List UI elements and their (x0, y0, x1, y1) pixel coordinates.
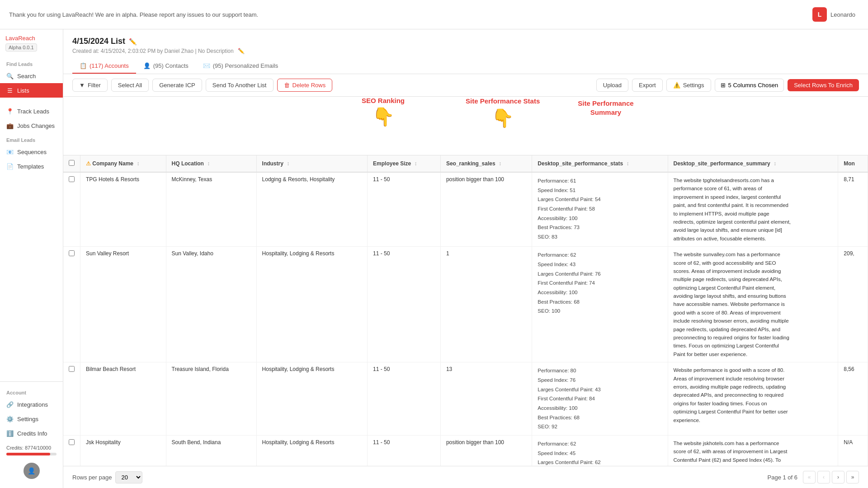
th-seo-label: Seo_ranking_sales (446, 160, 495, 167)
row-checkbox[interactable] (69, 250, 75, 256)
page-info: Page 1 of 6 (768, 474, 798, 481)
cell-employee-size: 11 - 50 (368, 436, 441, 466)
row-checkbox[interactable] (69, 439, 75, 445)
credits-bar-container: Credits: 8774/10000 (0, 441, 63, 459)
select-rows-enrich-button[interactable]: Select Rows To Enrich (788, 79, 859, 91)
summary-text-content: The website tpghotelsandresorts.com has … (674, 176, 791, 243)
site-perf-summary-tooltip: Site Performance Summary (565, 99, 646, 117)
track-leads-section (0, 98, 63, 104)
table-row: TPG Hotels & Resorts McKinney, Texas Lod… (63, 172, 868, 247)
sidebar-item-sequences[interactable]: 📧 Sequences (0, 145, 63, 159)
settings-button[interactable]: ⚠️ ⚠ Settings Settings (666, 79, 711, 92)
cell-perf-stats: Performance: 62Speed Index: 45Larges Con… (532, 436, 668, 466)
sidebar-credits-info-label: Credits Info (17, 430, 47, 437)
delete-rows-label: Delete Rows (292, 82, 326, 89)
sort-perf-stats-icon[interactable]: ↕ (626, 160, 629, 167)
sort-company-icon[interactable]: ↕ (137, 160, 139, 167)
row-checkbox-cell (63, 247, 80, 362)
cell-perf-summary: The website tpghotelsandresorts.com has … (668, 172, 838, 247)
cell-mon: 8,56 (838, 362, 868, 436)
sidebar-item-integrations[interactable]: 🔗 Integrations (0, 397, 63, 412)
upload-button[interactable]: Upload (596, 79, 628, 92)
sort-seo-icon[interactable]: ↕ (499, 160, 501, 167)
generate-icp-button[interactable]: Generate ICP (152, 79, 202, 92)
row-checkbox-cell (63, 172, 80, 247)
filter-label: Filter (88, 82, 101, 89)
select-all-checkbox[interactable] (69, 160, 75, 166)
sidebar-item-lists[interactable]: ☰ Lists (0, 83, 63, 98)
last-page-btn[interactable]: » (846, 471, 859, 483)
logo-reach: Reach (18, 35, 35, 42)
sidebar-templates-label: Templates (17, 163, 44, 170)
cell-seo-ranking: 1 (440, 247, 532, 362)
tab-contacts-label: (95) Contacts (153, 62, 189, 69)
summary-text-content: The website sunvalley.com has a performa… (674, 250, 791, 358)
rows-per-page-select[interactable]: 20 50 100 (115, 471, 142, 483)
user-name: Leonardo (830, 11, 855, 18)
table-row: Jsk Hospitality South Bend, Indiana Hosp… (63, 436, 868, 466)
prev-page-btn[interactable]: ‹ (817, 471, 830, 483)
user-avatar-bottom[interactable]: 👤 (24, 463, 40, 479)
table-container[interactable]: ⚠ Company Name ↕ HQ Location ↕ Industry … (63, 155, 868, 466)
cell-hq: Treasure Island, Florida (166, 362, 256, 436)
th-perf-stats: Desktop_site_performance_stats ↕ (532, 155, 668, 172)
sidebar: LavaReach Alpha 0.0.1 Find Leads 🔍 Searc… (0, 29, 63, 488)
tab-emails-label: (95) Personalized Emails (213, 62, 278, 69)
cell-perf-summary: The website sunvalley.com has a performa… (668, 247, 838, 362)
cell-mon: 8,71 (838, 172, 868, 247)
sidebar-item-credits-info[interactable]: ℹ️ Credits Info (0, 426, 63, 441)
col-chooser-wrapper: ⊞ 5 Columns Chosen (715, 79, 784, 92)
tab-accounts-icon: 📋 (80, 62, 87, 69)
table-body: TPG Hotels & Resorts McKinney, Texas Lod… (63, 172, 868, 466)
first-page-btn[interactable]: « (803, 471, 816, 483)
th-hq-location: HQ Location ↕ (166, 155, 256, 172)
select-all-button[interactable]: Select All (111, 79, 149, 92)
sort-industry-icon[interactable]: ↕ (287, 160, 289, 167)
find-leads-section: Find Leads (0, 57, 63, 69)
th-perf-stats-label: Desktop_site_performance_stats (538, 160, 623, 167)
sidebar-track-leads-label: Track Leads (17, 108, 49, 115)
row-checkbox[interactable] (69, 366, 75, 372)
next-page-btn[interactable]: › (832, 471, 844, 483)
row-checkbox[interactable] (69, 176, 75, 182)
rows-per-page: Rows per page 20 50 100 (72, 471, 142, 483)
cell-seo-ranking: position bigger than 100 (440, 172, 532, 247)
user-avatar-icon: L (812, 7, 827, 22)
cell-industry: Hospitality, Lodging & Resorts (256, 362, 368, 436)
seo-ranking-label: SEO Ranking (362, 97, 405, 104)
sidebar-item-search[interactable]: 🔍 Search (0, 69, 63, 83)
tab-emails[interactable]: ✉️ (95) Personalized Emails (196, 59, 286, 74)
sidebar-item-settings[interactable]: ⚙️ Settings (0, 412, 63, 426)
company-name: Sun Valley Resort (86, 250, 129, 257)
sidebar-item-templates[interactable]: 📄 Templates (0, 159, 63, 174)
logo: LavaReach Alpha 0.0.1 (0, 35, 63, 57)
user-menu-button[interactable]: L Leonardo (809, 5, 859, 23)
page-meta-text: Created at: 4/15/2024, 2:03:02 PM by Dan… (72, 48, 234, 54)
cell-employee-size: 11 - 50 (368, 362, 441, 436)
email-leads-section: Email Leads (0, 133, 63, 145)
cell-perf-summary: The website jskhotels.com has a performa… (668, 436, 838, 466)
credits-icon: ℹ️ (6, 430, 14, 437)
export-button[interactable]: Export (632, 79, 663, 92)
account-section: Account (0, 385, 63, 397)
edit-meta-icon[interactable]: ✏️ (238, 48, 245, 54)
tab-accounts[interactable]: 📋 (117) Accounts (72, 59, 136, 74)
col-count-label: 5 Columns Chosen (728, 82, 778, 89)
sidebar-item-jobs-changes[interactable]: 💼 Jobs Changes (0, 118, 63, 133)
edit-title-icon[interactable]: ✏️ (129, 38, 137, 45)
column-tooltips-area: SEO Ranking 👇 Site Performance Stats 👇 S… (63, 97, 868, 155)
th-checkbox (63, 155, 80, 172)
sort-hq-icon[interactable]: ↕ (207, 160, 210, 167)
filter-button[interactable]: ▼ Filter (72, 79, 108, 92)
sort-employee-icon[interactable]: ↕ (415, 160, 417, 167)
credits-bar-fill (6, 453, 50, 455)
sidebar-item-track-leads[interactable]: 📍 Track Leads (0, 104, 63, 118)
main-layout: LavaReach Alpha 0.0.1 Find Leads 🔍 Searc… (0, 29, 868, 488)
sort-perf-summary-icon[interactable]: ↕ (774, 160, 776, 167)
send-to-list-button[interactable]: Send To Another List (206, 79, 274, 92)
tab-contacts[interactable]: 👤 (95) Contacts (136, 59, 196, 74)
perf-stats-content: Performance: 61Speed Index: 51Larges Con… (538, 176, 662, 242)
table-row: Sun Valley Resort Sun Valley, Idaho Hosp… (63, 247, 868, 362)
col-chooser-button[interactable]: ⊞ 5 Columns Chosen (715, 79, 784, 92)
delete-rows-button[interactable]: 🗑 Delete Rows (277, 79, 333, 92)
